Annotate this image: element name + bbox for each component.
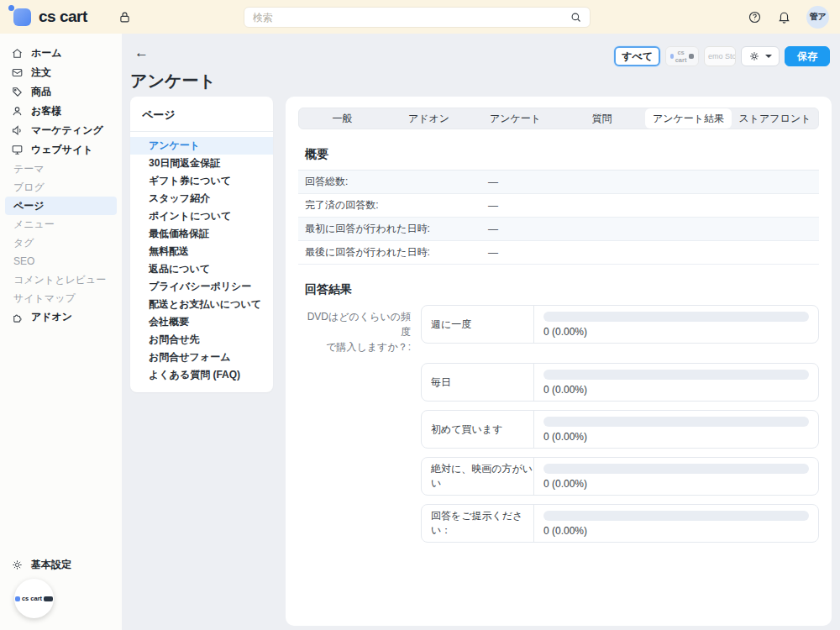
settings-dropdown-button[interactable] — [741, 46, 780, 66]
page-list-item[interactable]: ポイントについて — [130, 207, 273, 225]
content-area: ← アンケート すべて cs cart emo Stor 保存 ページ アンケー… — [122, 34, 840, 630]
sidebar-item-pages[interactable]: ページ — [5, 197, 117, 215]
page-list-item[interactable]: 配送とお支払いについて — [130, 296, 273, 313]
storefront-demo-button[interactable]: emo Stor — [704, 46, 736, 66]
home-icon — [11, 47, 24, 60]
tab-addons[interactable]: アドオン — [386, 108, 472, 129]
page-list-item[interactable]: お問合せ先 — [130, 331, 273, 349]
page-list-item[interactable]: ギフト券について — [130, 172, 273, 190]
overview-row: 最初に回答が行われた日時:— — [298, 218, 819, 241]
addons-icon — [11, 311, 24, 323]
answer-option-card: 絶対に、映画の方がいい0 (0.00%) — [421, 457, 819, 496]
answer-progress-bar — [543, 370, 809, 380]
help-icon[interactable] — [748, 10, 762, 24]
answer-count-value: 0 (0.00%) — [543, 478, 809, 490]
page-list-item[interactable]: 返品について — [130, 260, 273, 278]
user-avatar[interactable]: 管ア — [806, 6, 829, 29]
overview-row-value: — — [488, 176, 498, 188]
sidebar-item-label: アドオン — [31, 310, 72, 324]
tab-survey[interactable]: アンケート — [472, 108, 559, 129]
result-row: DVDはどのくらいの頻度で購入しますか？:週に一度0 (0.00%) — [305, 305, 819, 354]
page-list-item[interactable]: お問合せフォーム — [130, 349, 273, 366]
answer-progress-bar — [543, 511, 809, 521]
sidebar-item-addons[interactable]: アドオン — [0, 307, 122, 327]
tab-survey-results[interactable]: アンケート結果 — [645, 108, 732, 129]
answer-option-data: 0 (0.00%) — [534, 411, 818, 448]
answer-option-data: 0 (0.00%) — [534, 306, 818, 343]
question-label — [305, 363, 411, 402]
page-list-item[interactable]: 最低価格保証 — [130, 225, 273, 243]
sidebar-item-sitemap[interactable]: サイトマップ — [5, 289, 117, 307]
answer-count-value: 0 (0.00%) — [543, 525, 809, 537]
sidebar-item-orders[interactable]: 注文 — [0, 63, 122, 82]
results-section-title: 回答結果 — [298, 282, 819, 305]
sidebar-item-website[interactable]: ウェブサイト — [0, 140, 122, 160]
answer-progress-bar — [543, 417, 809, 427]
question-line: DVDはどのくらいの頻度 — [305, 309, 411, 339]
answer-count-value: 0 (0.00%) — [543, 384, 809, 396]
sidebar-item-customers[interactable]: お客様 — [0, 102, 122, 121]
website-icon — [11, 144, 24, 156]
sidebar-item-settings[interactable]: 基本設定 — [0, 555, 122, 575]
store-button-pill — [689, 54, 694, 59]
sidebar-item-products[interactable]: 商品 — [0, 82, 122, 102]
sidebar-item-home[interactable]: ホーム — [0, 44, 122, 63]
search-bar — [244, 7, 591, 28]
storefront-cscart-button[interactable]: cs cart — [665, 46, 699, 66]
cscart-version-badge[interactable]: cs cart — [14, 579, 54, 618]
save-button[interactable]: 保存 — [785, 46, 830, 66]
sidebar-item-comments-reviews[interactable]: コメントとレビュー — [5, 270, 117, 289]
question-label — [305, 457, 411, 496]
cscart-mini-logo-icon — [15, 596, 20, 601]
page-list-item[interactable]: 30日間返金保証 — [130, 155, 273, 172]
search-input[interactable] — [244, 12, 570, 24]
cscart-logo[interactable]: cs cart — [13, 8, 87, 26]
answer-option-label: 週に一度 — [422, 306, 534, 343]
tab-general[interactable]: 一般 — [299, 108, 386, 129]
pages-list-panel: ページ アンケート30日間返金保証ギフト券についてスタッフ紹介ポイントについて最… — [130, 97, 273, 392]
lock-icon[interactable] — [118, 10, 132, 24]
pages-panel-title: ページ — [130, 97, 273, 132]
page-list-item[interactable]: 無料配送 — [130, 243, 273, 260]
tab-questions[interactable]: 質問 — [559, 108, 645, 129]
page-list-item[interactable]: スタッフ紹介 — [130, 190, 273, 207]
answer-option-card: 回答をご提示ください：0 (0.00%) — [421, 504, 819, 543]
answer-option-label: 回答をご提示ください： — [422, 505, 534, 542]
answer-option-data: 0 (0.00%) — [534, 364, 818, 401]
marketing-icon — [11, 124, 24, 137]
tabstrip: 一般アドオンアンケート質問アンケート結果ストアフロント — [298, 108, 819, 129]
badge-text: cs cart — [22, 595, 42, 602]
chevron-down-icon — [765, 55, 772, 58]
page-list-item[interactable]: アンケート — [130, 137, 273, 155]
cscart-logo-text: cs cart — [39, 8, 87, 26]
notifications-bell-icon[interactable] — [777, 10, 791, 24]
sidebar-item-seo[interactable]: SEO — [5, 252, 117, 270]
answer-option-label: 初めて買います — [422, 411, 534, 448]
sidebar-item-tags[interactable]: タグ — [5, 234, 117, 252]
storefront-all-button[interactable]: すべて — [614, 46, 660, 66]
overview-row-label: 回答総数: — [305, 175, 488, 189]
gear-icon — [748, 50, 760, 62]
sidebar-item-label: ウェブサイト — [31, 143, 93, 157]
answer-option-label: 毎日 — [422, 364, 534, 401]
overview-row: 回答総数:— — [298, 171, 819, 194]
survey-results-panel: 一般アドオンアンケート質問アンケート結果ストアフロント 概要 回答総数:—完了済… — [286, 97, 832, 626]
page-list-item[interactable]: プライバシーポリシー — [130, 278, 273, 296]
gear-icon — [11, 559, 24, 571]
sidebar: ホーム注文商品お客様マーケティングウェブサイトテーマブログページメニュータグSE… — [0, 34, 122, 630]
sidebar-item-marketing[interactable]: マーケティング — [0, 121, 122, 140]
page-list-item[interactable]: よくある質問 (FAQ) — [130, 366, 273, 384]
page-list-item[interactable]: 会社概要 — [130, 313, 273, 331]
store-mini-logo-icon — [670, 54, 674, 59]
result-row: 回答をご提示ください：0 (0.00%) — [305, 504, 819, 543]
overview-row: 最後に回答が行われた日時:— — [298, 241, 819, 265]
back-arrow-icon[interactable]: ← — [134, 45, 149, 61]
question-label — [305, 410, 411, 449]
answer-option-card: 初めて買います0 (0.00%) — [421, 410, 819, 449]
search-icon[interactable] — [570, 11, 582, 24]
sidebar-item-themes[interactable]: テーマ — [5, 160, 117, 178]
sidebar-item-blog[interactable]: ブログ — [5, 178, 117, 197]
sidebar-item-menus[interactable]: メニュー — [5, 215, 117, 234]
tab-storefront[interactable]: ストアフロント — [732, 108, 818, 129]
overview-row-label: 最後に回答が行われた日時: — [305, 245, 488, 260]
